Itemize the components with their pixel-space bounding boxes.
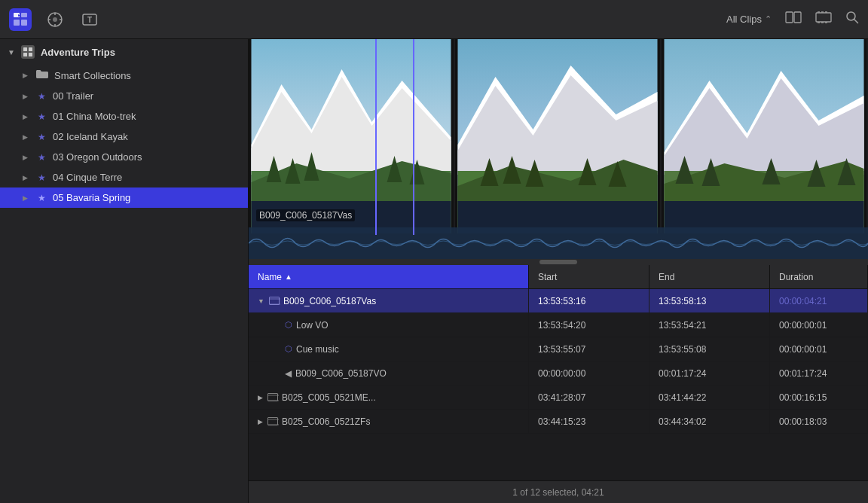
td-start-0: 13:53:53:16 [529,289,649,312]
star-icon-3: ★ [36,152,47,163]
table-row[interactable]: ⬡ Low VO 13:53:54:20 13:53:54:21 00:00:0… [249,313,868,337]
audio-icon-3: ◀ [285,368,292,379]
sort-arrow: ▲ [285,273,292,281]
td-name-5: ▶ B025_C006_0521ZFs [249,410,529,433]
svg-rect-21 [825,22,827,23]
titles-icon[interactable]: T [78,8,101,31]
td-duration-3: 00:01:17:24 [770,361,868,385]
scrubber-bar[interactable] [249,259,868,265]
library-icon[interactable] [9,8,32,31]
td-duration-1: 00:00:00:01 [770,313,868,337]
music-icon[interactable] [44,8,66,31]
td-name-3: ◀ B009_C006_05187VO [249,361,529,385]
star-icon-4: ★ [36,172,47,183]
sidebar-item-03-oregon[interactable]: ▶ ★ 03 Oregon Outdoors [0,147,248,167]
svg-rect-20 [821,22,824,23]
star-icon-1: ★ [36,111,47,122]
svg-rect-25 [29,47,32,51]
svg-rect-18 [825,11,827,13]
table-row[interactable]: ◀ B009_C006_05187VO 00:00:00:00 00:01:17… [249,361,868,386]
td-name-2: ⬡ Cue music [249,337,529,361]
sidebar-item-00-trailer[interactable]: ▶ ★ 00 Trailer [0,86,248,106]
sidebar-root[interactable]: ▼ Adventure Trips [0,39,248,65]
sidebar-item-04-cinque[interactable]: ▶ ★ 04 Cinque Terre [0,167,248,187]
all-clips-button[interactable]: All Clips ⌃ [726,14,772,25]
td-name-4: ▶ B025_C005_0521ME... [249,386,529,409]
svg-rect-15 [816,13,831,22]
svg-rect-2 [14,20,20,26]
sidebar-item-02-iceland[interactable]: ▶ ★ 02 Iceland Kayak [0,127,248,147]
sidebar-item-01-china[interactable]: ▶ ★ 01 China Moto-trek [0,106,248,127]
td-start-3: 00:00:00:00 [529,361,649,385]
table-row[interactable]: ▶ B025_C005_0521ME... 03:41:28:07 03:41:… [249,386,868,410]
keyword-icon-1: ⬡ [285,320,292,330]
svg-rect-16 [818,11,820,13]
grid-icon [21,45,35,59]
svg-rect-27 [29,53,32,56]
th-start[interactable]: Start [529,265,649,288]
td-end-2: 13:53:55:08 [649,337,770,361]
svg-rect-3 [21,20,27,26]
td-end-5: 03:44:34:02 [649,410,770,433]
td-end-1: 13:53:54:21 [649,313,770,337]
svg-rect-13 [786,12,793,23]
right-panel: B009_C006_05187Vas Name ▲ Start End [249,39,868,503]
keyword-icon-2: ⬡ [285,344,292,354]
video-thumb-1 [249,39,455,233]
folder-icon [36,69,48,81]
main-area: ▼ Adventure Trips ▶ Smart Collections [0,39,868,503]
clip-icon-4 [267,393,278,401]
th-duration[interactable]: Duration [770,265,868,288]
expand-icon-5[interactable]: ▶ [258,418,263,425]
star-icon-5: ★ [36,193,47,203]
table-row[interactable]: ⬡ Cue music 13:53:55:07 13:53:55:08 00:0… [249,337,868,361]
root-chevron: ▼ [8,48,15,56]
sidebar-root-label: Adventure Trips [41,47,115,58]
toolbar-left: T [9,8,101,31]
svg-rect-1 [21,13,27,17]
playhead-right [413,39,414,235]
td-start-2: 13:53:55:07 [529,337,649,361]
table-body: ▼ B009_C006_05187Vas 13:53:53:16 13:53:5… [249,289,868,480]
td-start-1: 13:53:54:20 [529,313,649,337]
table-row[interactable]: ▶ B025_C006_0521ZFs 03:44:15:23 03:44:34… [249,410,868,434]
status-bar: 1 of 12 selected, 04:21 [249,480,868,503]
th-name[interactable]: Name ▲ [249,265,529,288]
playhead-left [375,39,377,235]
search-icon[interactable] [845,11,859,28]
sidebar-item-smart-collections[interactable]: ▶ Smart Collections [0,65,248,86]
star-icon-2: ★ [36,132,47,142]
video-thumb-3 [662,39,868,233]
expand-icon-0[interactable]: ▼ [258,297,264,305]
td-end-4: 03:41:44:22 [649,386,770,409]
svg-text:T: T [87,16,92,24]
svg-point-6 [53,17,57,22]
td-end-3: 00:01:17:24 [649,361,770,385]
scrubber-thumb[interactable] [539,260,577,264]
filmstrip-icon[interactable] [815,11,832,28]
video-strip[interactable]: B009_C006_05187Vas [249,39,868,265]
th-end[interactable]: End [649,265,770,288]
svg-rect-17 [821,11,824,13]
td-end-0: 13:53:58:13 [649,289,770,312]
clip-icon-5 [267,417,278,425]
clip-appearance-icon[interactable] [785,11,802,27]
sidebar-item-05-bavaria[interactable]: ▶ ★ 05 Bavaria Spring [0,187,248,208]
svg-rect-60 [665,201,864,233]
td-name-1: ⬡ Low VO [249,313,529,337]
status-label: 1 of 12 selected, 04:21 [512,487,604,498]
table-header: Name ▲ Start End Duration [249,265,868,289]
toolbar-right: All Clips ⌃ [726,11,859,28]
expand-icon-4[interactable]: ▶ [258,394,263,401]
sidebar: ▼ Adventure Trips ▶ Smart Collections [0,39,249,503]
svg-rect-26 [23,53,27,56]
td-duration-4: 00:00:16:15 [770,386,868,409]
td-duration-5: 00:00:18:03 [770,410,868,433]
svg-line-23 [854,20,858,23]
table-row[interactable]: ▼ B009_C006_05187Vas 13:53:53:16 13:53:5… [249,289,868,313]
toolbar: T All Clips ⌃ [0,0,868,39]
td-name-0: ▼ B009_C006_05187Vas [249,289,529,312]
svg-rect-19 [818,22,820,23]
star-icon-0: ★ [36,91,47,102]
td-duration-0: 00:00:04:21 [770,289,868,312]
